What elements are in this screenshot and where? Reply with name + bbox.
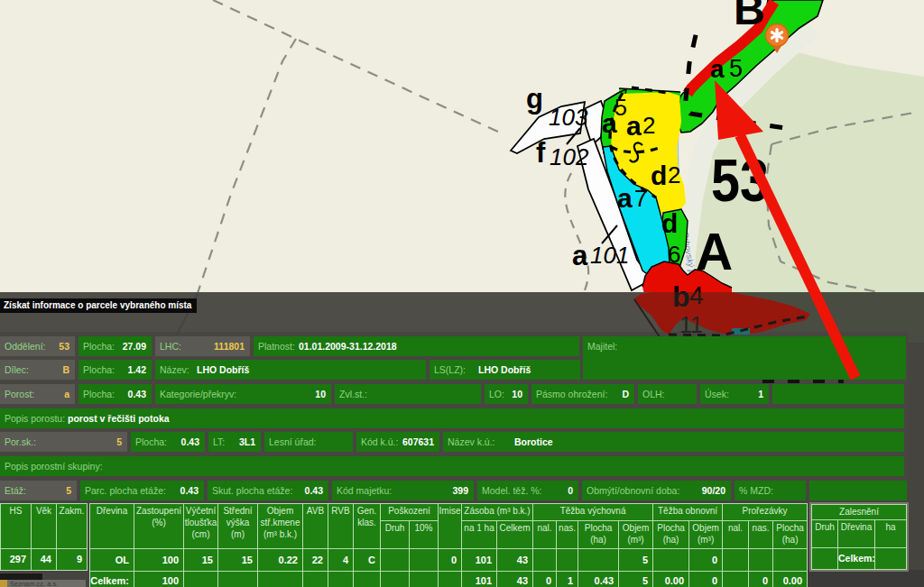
svg-text:2: 2 xyxy=(642,112,655,139)
svg-text:a: a xyxy=(626,111,642,141)
svg-text:102: 102 xyxy=(550,143,589,170)
svg-text:7: 7 xyxy=(634,185,647,212)
svg-text:4: 4 xyxy=(689,292,704,309)
svg-text:5: 5 xyxy=(729,55,743,82)
svg-text:5: 5 xyxy=(614,95,627,120)
svg-text:11: 11 xyxy=(679,312,703,337)
svg-text:g: g xyxy=(526,83,543,115)
svg-text:a: a xyxy=(617,183,633,213)
svg-text:f: f xyxy=(536,137,546,169)
svg-text:d: d xyxy=(661,208,678,238)
svg-text:A: A xyxy=(696,223,733,280)
svg-text:101: 101 xyxy=(590,242,629,269)
svg-text:a: a xyxy=(572,240,588,271)
svg-text:53: 53 xyxy=(711,147,769,214)
svg-text:103: 103 xyxy=(549,104,588,131)
svg-text:B: B xyxy=(734,0,765,33)
svg-text:Seznam.cz, a.s.: Seznam.cz, a.s. xyxy=(10,580,58,587)
svg-text:a: a xyxy=(710,55,725,83)
svg-text:d: d xyxy=(651,161,667,190)
svg-text:2: 2 xyxy=(668,161,680,188)
svg-text:6: 6 xyxy=(668,241,680,268)
svg-text:b: b xyxy=(672,292,690,313)
